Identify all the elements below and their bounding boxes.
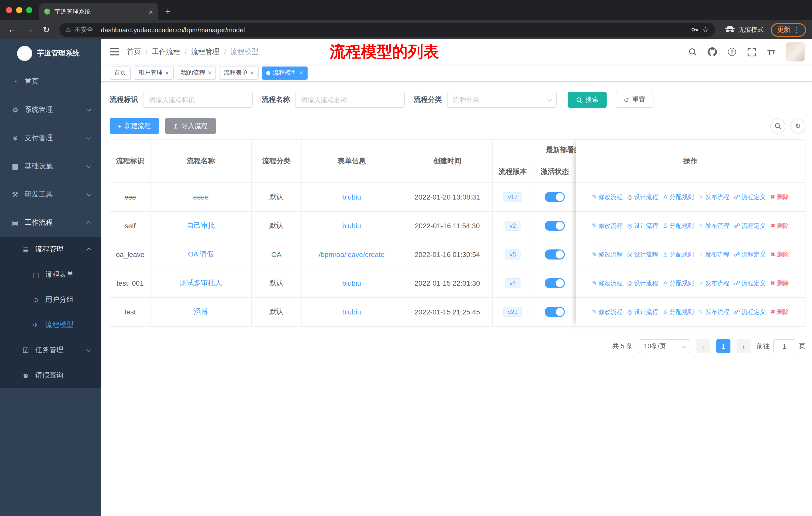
op-delete-link[interactable]: ✖删除: [770, 250, 789, 259]
process-name-link[interactable]: OA 请假: [188, 250, 214, 259]
op-design-link[interactable]: ◎设计流程: [627, 250, 658, 259]
sidebar-item-workflow[interactable]: ▣ 工作流程: [0, 209, 101, 237]
op-definition-link[interactable]: ☍流程定义: [734, 308, 766, 316]
op-design-link[interactable]: ◎设计流程: [627, 193, 658, 201]
font-size-icon[interactable]: TT: [766, 47, 776, 57]
tag-process-model[interactable]: 流程模型 ×: [262, 66, 308, 79]
forward-icon[interactable]: →: [22, 23, 36, 37]
op-assign-rule-link[interactable]: ♙分配规则: [663, 250, 694, 259]
op-design-link[interactable]: ◎设计流程: [627, 308, 658, 316]
op-definition-link[interactable]: ☍流程定义: [734, 193, 766, 201]
op-delete-link[interactable]: ✖删除: [770, 308, 789, 316]
breadcrumb-item[interactable]: 首页: [127, 47, 141, 56]
bookmark-star-icon[interactable]: ☆: [702, 25, 709, 34]
form-info-link[interactable]: /bpm/oa/leave/create: [319, 250, 385, 259]
op-delete-link[interactable]: ✖删除: [770, 193, 789, 201]
browser-update-button[interactable]: 更新 ⋮: [771, 23, 806, 36]
show-search-toggle-button[interactable]: [770, 118, 785, 134]
op-delete-link[interactable]: ✖删除: [770, 221, 789, 230]
close-icon[interactable]: ×: [208, 70, 211, 76]
close-window-button[interactable]: [6, 7, 12, 13]
browser-tab[interactable]: 芋道管理系统 ×: [39, 3, 158, 20]
active-toggle[interactable]: [545, 307, 565, 317]
op-definition-link[interactable]: ☍流程定义: [734, 279, 766, 288]
op-definition-link[interactable]: ☍流程定义: [734, 250, 766, 259]
process-name-input[interactable]: [301, 96, 399, 104]
sidebar-item-dev-tools[interactable]: ⚒ 研发工具: [0, 181, 101, 209]
app-logo[interactable]: 芋道管理系统: [0, 39, 101, 67]
op-edit-link[interactable]: ✎修改流程: [592, 308, 623, 316]
op-publish-link[interactable]: ☞发布流程: [698, 221, 729, 230]
breadcrumb-item[interactable]: 流程管理: [191, 47, 220, 56]
password-key-icon[interactable]: [690, 26, 698, 34]
active-toggle[interactable]: [545, 249, 565, 260]
category-select[interactable]: 流程分类: [447, 92, 557, 108]
sidebar-item-process-management[interactable]: ≣ 流程管理: [0, 237, 101, 262]
search-button[interactable]: 搜索: [568, 92, 607, 108]
close-icon[interactable]: ×: [250, 70, 254, 76]
active-toggle[interactable]: [545, 192, 565, 202]
version-tag[interactable]: v17: [503, 192, 522, 202]
process-name-link[interactable]: 滔博: [194, 307, 208, 317]
sidebar-item-task-management[interactable]: ☑ 任务管理: [0, 337, 101, 363]
minimize-window-button[interactable]: [16, 7, 22, 13]
reload-icon[interactable]: ↻: [39, 23, 53, 37]
op-delete-link[interactable]: ✖删除: [770, 279, 789, 288]
active-toggle[interactable]: [545, 221, 565, 231]
tag-tenant[interactable]: 租户管理 ×: [134, 66, 173, 79]
sidebar-item-user-group[interactable]: ☺ 用户分组: [0, 287, 101, 313]
import-process-button[interactable]: ↥ 导入流程: [165, 118, 216, 134]
op-assign-rule-link[interactable]: ♙分配规则: [663, 221, 694, 230]
tag-home[interactable]: 首页: [110, 66, 131, 79]
active-toggle[interactable]: [545, 278, 565, 288]
form-info-link[interactable]: biubiu: [342, 222, 361, 230]
tag-process-form[interactable]: 流程表单 ×: [219, 66, 259, 79]
new-tab-button[interactable]: +: [158, 6, 178, 20]
refresh-table-button[interactable]: ↻: [790, 118, 806, 134]
op-publish-link[interactable]: ☞发布流程: [698, 308, 729, 316]
sidebar-item-payment[interactable]: ¥ 支付管理: [0, 124, 101, 152]
breadcrumb-item[interactable]: 工作流程: [152, 47, 180, 56]
op-design-link[interactable]: ◎设计流程: [627, 221, 658, 230]
tab-close-icon[interactable]: ×: [148, 8, 153, 16]
form-info-link[interactable]: biubiu: [342, 308, 361, 316]
op-edit-link[interactable]: ✎修改流程: [592, 221, 623, 230]
process-id-input[interactable]: [149, 96, 247, 104]
op-edit-link[interactable]: ✎修改流程: [592, 250, 623, 259]
op-edit-link[interactable]: ✎修改流程: [592, 193, 623, 201]
sidebar-item-system[interactable]: ⚙ 系统管理: [0, 96, 101, 124]
sidebar-item-process-model[interactable]: ✈ 流程模型: [0, 313, 101, 337]
close-icon[interactable]: ×: [299, 70, 303, 76]
maximize-window-button[interactable]: [26, 7, 32, 13]
close-icon[interactable]: ×: [165, 70, 169, 76]
user-avatar[interactable]: [786, 42, 805, 61]
next-page-button[interactable]: ›: [736, 339, 751, 353]
version-tag[interactable]: v4: [505, 278, 520, 288]
reset-button[interactable]: ↺ 重置: [616, 92, 654, 108]
op-publish-link[interactable]: ☞发布流程: [698, 279, 729, 288]
create-process-button[interactable]: + 新建流程: [110, 118, 159, 134]
sidebar-item-home[interactable]: ◔ 首页: [0, 67, 101, 96]
form-info-link[interactable]: biubiu: [342, 279, 361, 287]
prev-page-button[interactable]: ‹: [696, 339, 710, 353]
back-icon[interactable]: ←: [5, 23, 19, 37]
op-assign-rule-link[interactable]: ♙分配规则: [663, 279, 694, 288]
op-design-link[interactable]: ◎设计流程: [627, 279, 658, 288]
help-icon[interactable]: ?: [727, 47, 737, 57]
process-name-link[interactable]: 测试多审批人: [180, 279, 222, 288]
github-icon[interactable]: [707, 47, 717, 57]
sidebar-item-process-form[interactable]: ▤ 流程表单: [0, 262, 101, 287]
op-edit-link[interactable]: ✎修改流程: [592, 279, 623, 288]
browser-menu-icon[interactable]: ⋮: [793, 26, 801, 34]
fullscreen-icon[interactable]: [747, 47, 757, 57]
op-definition-link[interactable]: ☍流程定义: [734, 221, 766, 230]
address-bar[interactable]: ⚠ 不安全 dashboard.yudao.iocoder.cn/bpm/man…: [59, 23, 715, 37]
version-tag[interactable]: v5: [505, 249, 520, 260]
sidebar-item-infrastructure[interactable]: ▦ 基础设施: [0, 152, 101, 181]
page-number-button[interactable]: 1: [716, 339, 730, 353]
sidebar-item-leave-query[interactable]: ☻ 请假查询: [0, 363, 101, 388]
search-icon[interactable]: [688, 47, 698, 57]
version-tag[interactable]: v2: [505, 221, 520, 231]
collapse-sidebar-icon[interactable]: [110, 48, 119, 55]
op-assign-rule-link[interactable]: ♙分配规则: [663, 193, 694, 201]
